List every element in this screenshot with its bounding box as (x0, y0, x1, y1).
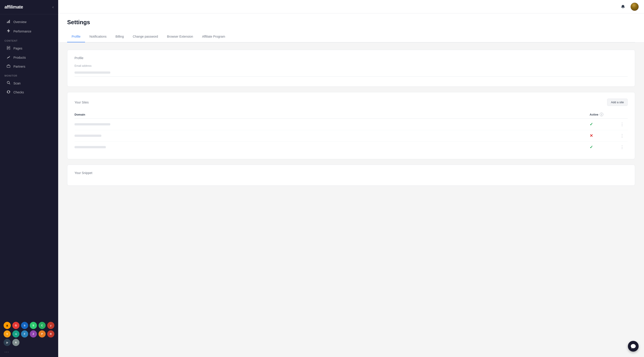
sidebar-item-scan[interactable]: Scan (2, 79, 56, 88)
svg-rect-2 (9, 20, 10, 23)
tab-profile[interactable]: Profile (67, 31, 85, 42)
partner-logos: a G b S C y V cj F Z P R jp A (0, 319, 58, 349)
partner-logo-z[interactable]: Z (30, 330, 37, 337)
bolt-icon (6, 29, 11, 34)
more-logos-button[interactable]: ··· (0, 349, 58, 357)
partner-logo-r[interactable]: R (47, 330, 54, 337)
profile-section-title: Profile (74, 56, 628, 60)
tab-affiliate-program[interactable]: Affiliate Program (198, 31, 230, 42)
sidebar-nav: Overview Performance CONTENT Pages Produ… (0, 14, 58, 319)
email-form-group: Email address (74, 64, 628, 77)
email-value-placeholder (74, 72, 110, 74)
domain-cell (74, 122, 590, 126)
partner-logo-y[interactable]: y (47, 322, 54, 329)
tab-change-password[interactable]: Change password (128, 31, 162, 42)
link-icon (6, 56, 11, 60)
settings-tabs: Profile Notifications Billing Change pas… (67, 31, 635, 42)
active-cell: ✓ (590, 122, 616, 127)
svg-point-8 (7, 81, 10, 84)
svg-rect-7 (7, 65, 10, 67)
more-dots: ··· (4, 349, 9, 354)
partner-logo-b[interactable]: b (21, 322, 28, 329)
sidebar-item-checks[interactable]: Checks (2, 88, 56, 97)
svg-line-9 (9, 83, 10, 84)
snippet-section-title: Your Snippet (74, 171, 628, 175)
user-avatar[interactable] (630, 3, 639, 11)
partner-logo-g[interactable]: G (12, 322, 20, 329)
sidebar-item-label: Partners (14, 65, 25, 68)
active-check-green: ✓ (590, 145, 593, 149)
actions-cell: ⋮ (616, 122, 628, 127)
partner-logo-s[interactable]: S (30, 322, 37, 329)
table-row: ✓ ⋮ (74, 142, 628, 153)
domain-value (74, 146, 106, 148)
row-more-button[interactable]: ⋮ (616, 145, 628, 150)
profile-section: Profile Email address (67, 50, 635, 87)
active-cell: ✓ (590, 145, 616, 150)
sidebar-item-overview[interactable]: Overview (2, 18, 56, 27)
domain-cell (74, 145, 590, 149)
domain-column-header: Domain (74, 113, 590, 116)
row-more-button[interactable]: ⋮ (616, 122, 628, 127)
sites-section-title: Your Sites (74, 101, 88, 104)
actions-column-header (616, 113, 628, 116)
page-body: Profile Email address Your Sites Add a s… (58, 43, 644, 357)
partner-logo-c[interactable]: C (38, 322, 46, 329)
domain-value (74, 135, 101, 137)
notification-bell-button[interactable] (619, 3, 627, 11)
sites-table: Domain Active i ✓ ⋮ (74, 110, 628, 153)
active-check-green: ✓ (590, 122, 593, 127)
email-field-wrapper[interactable] (74, 69, 628, 77)
sidebar-item-label: Overview (14, 20, 26, 24)
snippet-section: Your Snippet (67, 165, 635, 186)
add-site-button[interactable]: Add a site (607, 99, 628, 106)
partner-logo-v[interactable]: V (4, 330, 11, 337)
tab-notifications[interactable]: Notifications (85, 31, 111, 42)
sidebar-item-performance[interactable]: Performance (2, 27, 56, 36)
page-title-area: Settings (67, 14, 635, 26)
partner-logo-p[interactable]: P (38, 330, 46, 337)
search-icon (6, 81, 11, 85)
sidebar-item-label: Pages (14, 47, 22, 50)
sidebar-item-pages[interactable]: Pages (2, 44, 56, 53)
refresh-icon (6, 90, 11, 94)
active-cell: ✕ (590, 133, 616, 138)
tab-browser-extension[interactable]: Browser Extension (162, 31, 198, 42)
sites-section: Your Sites Add a site Domain Active i (67, 92, 635, 159)
sidebar-item-label: Products (14, 56, 26, 59)
svg-rect-1 (8, 21, 9, 23)
page-header: Settings Profile Notifications Billing C… (58, 14, 644, 43)
sidebar-item-label: Scan (14, 82, 20, 85)
actions-cell: ⋮ (616, 145, 628, 150)
chat-button[interactable] (628, 341, 639, 352)
partner-logo-amazon[interactable]: a (4, 322, 11, 329)
svg-rect-0 (7, 22, 8, 23)
partner-logo-a2[interactable]: A (12, 339, 20, 346)
page-title: Settings (67, 19, 635, 26)
sidebar-item-products[interactable]: Products (2, 53, 56, 62)
active-info-icon[interactable]: i (600, 113, 603, 116)
actions-cell: ⋮ (616, 133, 628, 138)
main-area: Settings Profile Notifications Billing C… (58, 0, 644, 357)
monitor-section-label: MONITOR (0, 71, 58, 78)
partner-logo-cj[interactable]: cj (12, 330, 20, 337)
logo: affilimate (4, 5, 23, 10)
table-row: ✓ ⋮ (74, 119, 628, 130)
sidebar: affilimate ‹ Overview Performance CONTEN… (0, 0, 58, 357)
bar-chart-icon (6, 20, 11, 24)
table-header: Domain Active i (74, 110, 628, 119)
sidebar-collapse-button[interactable]: ‹ (52, 5, 54, 10)
sidebar-item-label: Performance (14, 30, 31, 33)
partner-logo-f[interactable]: F (21, 330, 28, 337)
partner-logo-jp[interactable]: jp (4, 339, 11, 346)
avatar-image (630, 3, 639, 11)
domain-value (74, 123, 110, 125)
doc-icon (6, 46, 11, 51)
active-check-red: ✕ (590, 134, 593, 138)
domain-cell (74, 134, 590, 138)
sidebar-item-partners[interactable]: Partners (2, 62, 56, 71)
tab-billing[interactable]: Billing (111, 31, 128, 42)
row-more-button[interactable]: ⋮ (616, 133, 628, 138)
sites-header: Your Sites Add a site (74, 99, 628, 106)
email-label: Email address (74, 64, 628, 67)
